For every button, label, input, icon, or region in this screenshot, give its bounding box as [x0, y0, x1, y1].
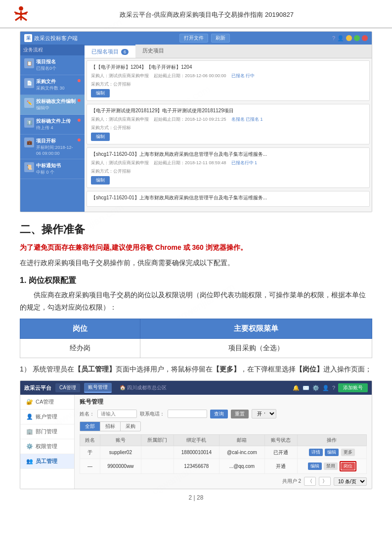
tab-registered-label: 已报名项目 [91, 48, 119, 54]
project-item-2: 【shcg17-11620-03】上海市财政局政府采购信息管理平台及电子集市运维… [87, 147, 370, 188]
sw-app-name: 政采云投标客户端 [34, 35, 78, 42]
project-title-0: 【【电子开评标】1204】【电子开评标】1204 [91, 64, 365, 71]
tab-history[interactable]: 历史项目 [135, 45, 171, 58]
section-heading: 二、操作准备 [20, 222, 372, 237]
admin-nav-account[interactable]: 账号管理 [84, 383, 112, 393]
sidebar-item-1[interactable]: 📄 采购文件 采购文件数 30 [20, 75, 85, 95]
page-footer: 2 | 28 [20, 489, 372, 509]
edit-btn-1[interactable]: 编辑 [308, 462, 322, 470]
sidebar-title-2: 投标确改文件编制 [36, 98, 76, 105]
sidebar-item-5[interactable]: 📜 中标通知书 中标 0 个 [20, 159, 85, 179]
project-item-1: 【电子开评测试使用20181129】电子开评测试使用20181129项目 采购人… [87, 104, 370, 144]
admin-nav-bar: 政采云平台 CA管理 账号管理 🏠 四川成都市总公区 🔔 ✉️ ⚙️ 👤 ? 添… [20, 381, 372, 395]
sidebar-item-4[interactable]: 💼 项目开标 开标时间:2018-12-06 09:00:00 [20, 135, 85, 159]
table-row: 经办岗 项目采购（全选） [20, 338, 372, 358]
section-heading-text: 二、操作准备 [20, 222, 85, 237]
sidebar-item-0[interactable]: 📋 项目报名 已报名0个 [20, 55, 85, 75]
cell-phone-0: 18800010014 [174, 446, 219, 459]
sidebar-item-3[interactable]: ⬆️ 投标确文件上传 待上传 4 [20, 115, 85, 135]
logo-icon [10, 5, 32, 25]
sidebar-dot-2 [78, 99, 81, 102]
tab-registered-count: 6 [121, 49, 129, 55]
sidebar-item-2[interactable]: ✏️ 投标确改文件编制 编辑中 [20, 95, 85, 115]
project-status-2: 已报名行中 1 [231, 160, 258, 166]
admin-sidebar-employee[interactable]: 👥 员工管理 [20, 454, 74, 469]
reset-btn[interactable]: 重置 [231, 410, 249, 418]
main-content: 采 政采云投标客户端 打开文件 刷新 ? 👤 [0, 31, 392, 519]
more-btn-0[interactable]: 更多 [341, 449, 355, 456]
next-page-btn[interactable]: 〉 [319, 477, 331, 486]
sw-sidebar: 业务流程 📋 项目报名 已报名0个 📄 采购文件 采购文件数 30 [20, 45, 85, 212]
sw-open-btn[interactable]: 打开文件 [179, 34, 208, 43]
sw-minimize-icon[interactable] [346, 35, 352, 41]
admin-sidebar-perm-label: 权限管理 [36, 443, 57, 450]
bid-upload-icon: ⬆️ [24, 118, 34, 128]
project-buyer-2: 采购人：测试供应商采购申报 [91, 160, 149, 166]
filter-tab-bid[interactable]: 招标 [100, 422, 121, 431]
name-search-label: 姓名： [80, 411, 94, 417]
project-procurement-2: 采购方式：公开招标 [91, 168, 365, 175]
page-header: 政采云平台-供应商政府采购项目电子交易操作指南 20190827 [0, 0, 392, 28]
project-btn-0[interactable]: 编制 [91, 89, 110, 97]
admin-nav-ca[interactable]: CA管理 [55, 383, 80, 392]
cell-dept-1 [141, 459, 174, 474]
project-btn-1[interactable]: 编制 [91, 133, 110, 141]
sidebar-text-4: 项目开标 开标时间:2018-12-06 09:00:00 [36, 138, 76, 156]
admin-main-title: 账号管理 [80, 398, 367, 406]
project-meta-1: 采购人：测试供应商采购申报 起始截止日期：2018-12-10 09:21:25… [91, 116, 365, 123]
sidebar-dot-3 [78, 119, 81, 122]
top-screenshot: 采 政采云投标客户端 打开文件 刷新 ? 👤 [20, 31, 372, 212]
admin-sidebar-account[interactable]: 👤 账户管理 [20, 410, 74, 424]
svg-point-0 [19, 6, 23, 11]
admin-sidebar-dept[interactable]: 🏢 部门管理 [20, 424, 74, 439]
edit-btn-0[interactable]: 编辑 [325, 449, 339, 456]
table-header-position: 岗位 [20, 319, 140, 338]
tab-registered[interactable]: 已报名项目 6 [85, 45, 135, 58]
user-icon[interactable]: 👤 [322, 385, 329, 391]
message-icon[interactable]: ✉️ [303, 385, 309, 391]
sub-heading-1: 1. 岗位权限配置 [20, 276, 372, 286]
filter-tab-purchase[interactable]: 采购 [121, 422, 140, 431]
name-search-input[interactable] [97, 410, 137, 418]
cell-name-1: — [80, 459, 100, 474]
cell-action-0: 详情 编辑 更多 [297, 446, 366, 459]
sw-maximize-icon[interactable] [354, 35, 360, 41]
admin-sidebar-perm[interactable]: ⚙️ 权限管理 [20, 439, 74, 454]
prev-page-btn[interactable]: 〈 [304, 477, 316, 486]
search-btn[interactable]: 查询 [210, 410, 228, 418]
account-icon: 👤 [26, 414, 33, 420]
position-highlight-box: 岗位 [340, 461, 356, 471]
project-status-0: 已报名 行中 [231, 73, 255, 79]
sw-tabs: 已报名项目 6 历史项目 [85, 45, 372, 58]
disable-btn-1[interactable]: 禁用 [324, 462, 338, 470]
position-btn[interactable]: 岗位 [341, 462, 355, 470]
cell-action-1: 编辑 禁用 岗位 [297, 459, 366, 474]
phone-search-input[interactable] [168, 410, 207, 418]
pagination: 共用户 2 〈 〉 10 条/页 [80, 477, 367, 486]
sidebar-sub-1: 采购文件数 30 [36, 85, 76, 92]
sw-refresh-btn[interactable]: 刷新 [211, 34, 230, 43]
add-account-btn[interactable]: 添加账号 [338, 383, 368, 392]
table-header-row: 姓名 账号 所属部门 绑定手机 邮箱 账号状态 操作 [80, 435, 367, 446]
notification-icon[interactable]: 🔔 [293, 385, 300, 391]
filter-tab-all[interactable]: 全部 [80, 422, 100, 431]
sidebar-sub-4: 开标时间:2018-12-06 09:00:00 [36, 144, 76, 156]
table-header-menu: 主要权限菜单 [140, 319, 372, 338]
admin-sidebar-ca[interactable]: 🔐 CA管理 [20, 395, 74, 410]
table-cell-menu: 项目采购（全选） [140, 338, 372, 358]
sw-sidebar-header: 业务流程 [20, 45, 85, 55]
help-icon[interactable]: ? [332, 385, 335, 391]
project-btn-2[interactable]: 编制 [91, 176, 110, 185]
admin-sidebar-dept-label: 部门管理 [36, 428, 57, 435]
sidebar-sub-3: 待上传 4 [36, 125, 76, 131]
bid-edit-icon: ✏️ [24, 98, 34, 108]
page-size-select[interactable]: 10 条/页 [334, 477, 367, 486]
step-1: 1） 系统管理员在【员工管理】页面中选择用户，将鼠标停留在【更多】，在下弹框里选… [20, 363, 372, 375]
settings-icon[interactable]: ⚙️ [312, 385, 319, 391]
sw-close-icon[interactable] [362, 35, 368, 41]
detail-btn-0[interactable]: 详情 [309, 449, 323, 456]
open-dropdown[interactable]: 开 ▼ [252, 409, 276, 418]
project-title-1: 【电子开评测试使用20181129】电子开评测试使用20181129项目 [91, 107, 365, 114]
admin-search-bar: 姓名： 联系电话： 查询 重置 开 ▼ [80, 409, 367, 418]
logo-area [10, 5, 36, 25]
